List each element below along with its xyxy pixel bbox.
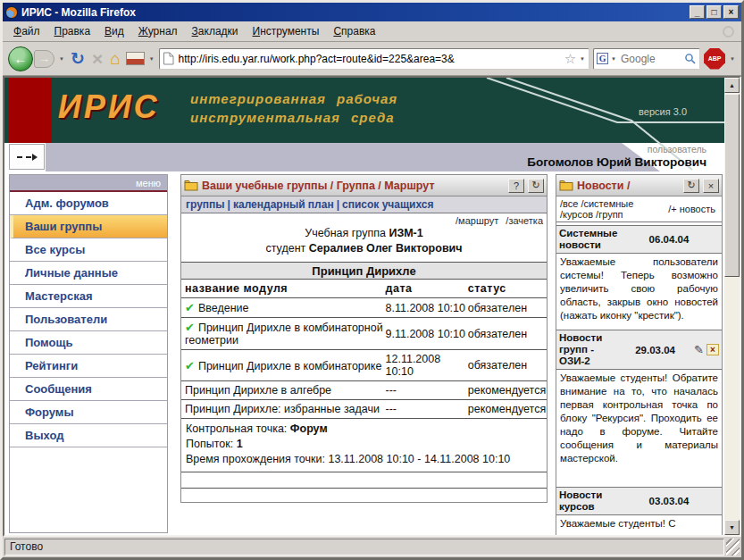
news-panel: Новости / ↻ × /все/системные /курсов/гру… — [556, 174, 723, 537]
news-close-button[interactable]: × — [703, 179, 719, 193]
sidebar-item-users[interactable]: Пользователи — [10, 308, 167, 331]
reload-button[interactable]: ↻ — [69, 48, 87, 69]
url-bar: ☆ ▼ — [159, 48, 589, 70]
back-button[interactable]: ← — [8, 46, 33, 71]
add-news-link[interactable]: /+ новость — [668, 204, 715, 214]
status-bar: Готово — [3, 537, 741, 557]
sidebar-item-ratings[interactable]: Рейтинги — [10, 355, 167, 378]
help-button[interactable]: ? — [508, 179, 524, 193]
bookmark-thumbnail-icon[interactable] — [126, 52, 145, 65]
sidebar-header: меню — [10, 175, 167, 192]
resize-grip[interactable] — [726, 539, 740, 556]
menu-history[interactable]: Журнал — [131, 22, 185, 40]
slogan-line1: интегрированная рабочая — [190, 89, 397, 108]
sidebar-item-your-groups[interactable]: Ваши группы — [10, 215, 167, 238]
search-box: G ▼ — [593, 48, 700, 70]
sidebar-menu: меню Адм. форумов Ваши группы Все курсы … — [9, 174, 168, 533]
banner-red-block — [9, 78, 52, 143]
module-status: рекомендуется — [468, 403, 543, 415]
sidebar-item-workshop[interactable]: Мастерская — [10, 285, 167, 308]
filter-courses[interactable]: /курсов — [560, 209, 593, 220]
filter-system[interactable]: /системные — [581, 198, 633, 209]
user-name: Богомолов Юрий Викторович — [527, 155, 706, 170]
checkpoint-block: Контрольная точка: Форум Попыток: 1 Врем… — [181, 419, 547, 472]
tab-calendar-plan[interactable]: календарный план — [233, 198, 334, 211]
tab-separator: | — [334, 198, 342, 211]
student-label: студент — [265, 242, 305, 255]
minimize-button[interactable]: _ — [690, 5, 705, 19]
minimize-icon: _ — [695, 8, 700, 17]
url-dropdown[interactable]: ▼ — [579, 56, 586, 62]
group-info: Учебная группа ИЗМ-1 студент Сералиев Ол… — [181, 226, 547, 262]
search-input[interactable] — [619, 52, 682, 66]
route-panel: Ваши учебные группы / Группа / Маршрут ?… — [180, 174, 548, 503]
menu-file[interactable]: Файл — [6, 22, 47, 40]
sidebar-item-personal-data[interactable]: Личные данные — [10, 262, 167, 285]
module-status: обязателен — [468, 328, 543, 340]
sidebar-item-messages[interactable]: Сообщения — [10, 378, 167, 401]
browser-window: ИРИС - Mozilla Firefox _ □ × Файл Правка… — [0, 0, 744, 560]
adblock-icon[interactable]: ABP — [704, 48, 725, 70]
module-status: обязателен — [468, 359, 543, 372]
group-name: ИЗМ-1 — [389, 227, 422, 239]
adblock-dropdown[interactable]: ▼ — [729, 56, 736, 62]
scrollbar-thumb[interactable] — [724, 94, 740, 277]
slogan-line2: инструментальная среда — [190, 108, 397, 127]
stop-button[interactable]: × — [90, 48, 104, 70]
edit-news-icon[interactable]: ✎ — [694, 343, 704, 356]
sidebar-item-admin-forums[interactable]: Адм. форумов — [10, 192, 167, 215]
search-icon[interactable] — [684, 53, 697, 65]
module-date: --- — [386, 403, 468, 415]
module-name: Принцип Дирихле в комбинаторике — [198, 360, 381, 372]
user-bar: пользователь Богомолов Юрий Викторович — [4, 143, 724, 171]
menu-bookmarks[interactable]: Закладки — [185, 22, 246, 40]
news-refresh-button[interactable]: ↻ — [683, 179, 699, 193]
delete-news-icon[interactable]: × — [706, 344, 719, 355]
filter-groups[interactable]: /групп — [596, 209, 623, 220]
panel-refresh-button[interactable]: ↻ — [528, 179, 544, 193]
module-table-title: Принцип Дирихле — [181, 262, 547, 280]
menu-edit[interactable]: Правка — [47, 22, 98, 40]
forward-button[interactable]: → — [34, 50, 54, 68]
url-input[interactable] — [177, 52, 562, 66]
filter-all[interactable]: /все — [560, 198, 578, 209]
tab-groups[interactable]: группы — [186, 198, 225, 211]
sidebar-item-forums[interactable]: Форумы — [10, 401, 167, 424]
module-name: Принцип Дирихле в алгебре — [185, 384, 386, 397]
gradebook-link[interactable]: /зачетка — [506, 215, 543, 226]
checkpoint-time: Время прохождения точки: 13.11.2008 10:1… — [186, 452, 542, 467]
vertical-scrollbar[interactable]: ▲ ▼ — [724, 78, 740, 535]
col-status: статус — [468, 282, 543, 295]
menu-tools[interactable]: Инструменты — [246, 22, 327, 40]
check-icon: ✔ — [185, 301, 195, 314]
arrow-dash-icon — [17, 156, 31, 158]
news-item-title: Новости групп - ОЗИ-2 — [559, 332, 616, 367]
check-icon: ✔ — [185, 359, 195, 372]
history-dropdown[interactable]: ▼ — [58, 56, 65, 62]
scroll-down-button[interactable]: ▼ — [724, 520, 740, 535]
module-date: --- — [386, 384, 468, 397]
attempts-value: 1 — [237, 438, 243, 450]
route-panel-header: Ваши учебные группы / Группа / Маршрут ?… — [181, 175, 547, 196]
scroll-up-button[interactable]: ▲ — [724, 78, 740, 93]
sidebar-item-help[interactable]: Помощь — [10, 331, 167, 355]
collapse-arrow-button[interactable] — [9, 144, 45, 170]
maximize-button[interactable]: □ — [706, 5, 722, 19]
search-engine-dropdown[interactable]: ▼ — [610, 56, 617, 62]
tab-student-list[interactable]: список учащихся — [342, 198, 434, 211]
sidebar-item-exit[interactable]: Выход — [10, 424, 167, 447]
home-button[interactable]: ⌂ — [108, 49, 121, 69]
folder-icon — [559, 180, 573, 191]
close-button[interactable]: × — [723, 5, 739, 19]
search-engine-icon[interactable]: G — [597, 53, 608, 64]
sidebar-item-all-courses[interactable]: Все курсы — [10, 238, 167, 262]
module-status: обязателен — [468, 302, 543, 314]
menu-help[interactable]: Справка — [326, 22, 382, 40]
view-links: /маршрут /зачетка — [181, 213, 547, 226]
route-link[interactable]: /маршрут — [456, 215, 498, 226]
col-date: дата — [386, 282, 468, 295]
bookmark-dropdown[interactable]: ▼ — [148, 56, 155, 62]
bookmark-star-icon[interactable]: ☆ — [564, 51, 576, 67]
col-module-name: название модуля — [185, 282, 386, 295]
menu-view[interactable]: Вид — [97, 22, 131, 40]
